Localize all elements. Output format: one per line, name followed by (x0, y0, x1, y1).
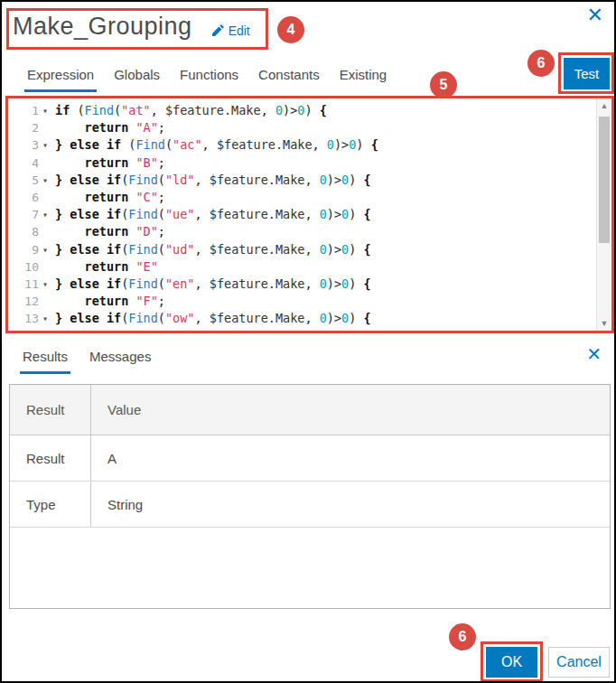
cancel-button[interactable]: Cancel (548, 647, 610, 678)
editor-tab-bar: ExpressionGlobalsFunctionsConstantsExist… (24, 67, 404, 92)
code-line[interactable]: 13▾} else if(Find("ow", $feature.Make, 0… (8, 310, 596, 327)
fold-icon[interactable]: ▾ (39, 172, 51, 189)
edit-label: Edit (229, 23, 250, 38)
expression-editor-dialog: Make_Grouping Edit ✕ ExpressionGlobalsFu… (0, 0, 616, 683)
fold-icon[interactable]: ▾ (39, 241, 51, 258)
line-number: 10 (8, 258, 39, 276)
scrollbar-thumb[interactable] (599, 117, 610, 243)
dialog-close-icon[interactable]: ✕ (587, 5, 603, 25)
code-line[interactable]: 5▾} else if(Find("ld", $feature.Make, 0)… (8, 172, 596, 189)
results-tab-messages[interactable]: Messages (87, 349, 154, 374)
scroll-up-icon[interactable]: ▲ (597, 98, 611, 113)
line-number: 6 (8, 189, 39, 206)
code-editor[interactable]: 1▾if (Find("at", $feature.Make, 0)>0) {2… (5, 96, 614, 333)
code-text: if (Find("at", $feature.Make, 0)>0) { (51, 102, 327, 119)
line-number: 5 (8, 172, 39, 189)
line-number: 1 (8, 102, 39, 119)
row-value-cell: A (91, 435, 610, 481)
annotation-badge-6-ok: 6 (449, 623, 476, 650)
annotation-badge-6-test: 6 (527, 50, 555, 77)
code-line[interactable]: 7▾} else if(Find("ue", $feature.Make, 0)… (8, 206, 596, 223)
code-line[interactable]: 6 return "C"; (8, 189, 596, 206)
fold-spacer (39, 258, 51, 276)
row-label-cell: Type (10, 482, 91, 527)
line-number: 7 (8, 206, 39, 223)
code-line[interactable]: 3▾} else if (Find("ac", $feature.Make, 0… (8, 136, 596, 154)
results-table-header: Result Value (10, 385, 610, 435)
table-row: TypeString (10, 482, 610, 528)
code-line[interactable]: 11▾} else if(Find("en", $feature.Make, 0… (8, 276, 596, 293)
annotation-badge-4: 4 (277, 16, 304, 43)
code-line[interactable]: 10 return "E" (8, 258, 596, 276)
code-line[interactable]: 1▾if (Find("at", $feature.Make, 0)>0) { (8, 102, 596, 119)
header: Make_Grouping Edit (13, 13, 250, 41)
fold-spacer (39, 223, 51, 240)
code-text: } else if (Find("ac", $feature.Make, 0)>… (51, 136, 378, 154)
page-title: Make_Grouping (13, 13, 192, 41)
line-number: 9 (8, 241, 39, 258)
fold-spacer (39, 189, 51, 206)
scroll-down-icon[interactable]: ▼ (597, 316, 611, 331)
tab-globals[interactable]: Globals (111, 67, 163, 92)
results-table: Result Value ResultATypeString (9, 384, 611, 609)
code-text: return "E" (51, 258, 158, 276)
code-text: return "D"; (51, 223, 165, 240)
header-cell-value: Value (91, 385, 610, 435)
code-text: return "A"; (51, 119, 165, 136)
table-row: ResultA (10, 435, 610, 482)
code-text: } else if(Find("en", $feature.Make, 0)>0… (51, 276, 371, 293)
code-line[interactable]: 8 return "D"; (8, 223, 596, 240)
fold-icon[interactable]: ▾ (39, 102, 51, 119)
line-number: 3 (8, 136, 39, 154)
tab-existing[interactable]: Existing (337, 67, 390, 92)
fold-spacer (39, 154, 51, 172)
ok-button[interactable]: OK (486, 647, 537, 678)
code-text: } else if(Find("ld", $feature.Make, 0)>0… (51, 172, 371, 189)
results-tab-results[interactable]: Results (20, 349, 70, 374)
code-area[interactable]: 1▾if (Find("at", $feature.Make, 0)>0) {2… (8, 98, 596, 331)
editor-scrollbar[interactable]: ▲ ▼ (596, 98, 611, 331)
results-tab-bar: ResultsMessages (20, 349, 170, 374)
code-line[interactable]: 12 return "F"; (8, 293, 596, 310)
line-number: 4 (8, 154, 39, 172)
code-line[interactable]: 4 return "B"; (8, 154, 596, 172)
line-number: 8 (8, 223, 39, 240)
edit-button[interactable]: Edit (212, 23, 250, 38)
test-button[interactable]: Test (564, 58, 610, 89)
code-line[interactable]: 9▾} else if(Find("ud", $feature.Make, 0)… (8, 241, 596, 258)
row-value-cell: String (91, 482, 610, 527)
header-cell-result: Result (10, 385, 91, 435)
code-text: return "C"; (51, 189, 165, 206)
tab-functions[interactable]: Functions (177, 67, 241, 92)
annotation-badge-5: 5 (430, 71, 457, 98)
fold-spacer (39, 293, 51, 310)
results-table-empty-area (10, 528, 610, 608)
tab-expression[interactable]: Expression (24, 67, 97, 92)
code-text: } else if(Find("ow", $feature.Make, 0)>0… (51, 310, 371, 327)
code-text: } else if(Find("ue", $feature.Make, 0)>0… (51, 206, 371, 223)
fold-icon[interactable]: ▾ (39, 136, 51, 154)
fold-icon[interactable]: ▾ (39, 206, 51, 223)
pencil-icon (212, 24, 224, 36)
code-text: return "B"; (51, 154, 165, 172)
fold-spacer (39, 119, 51, 136)
code-line[interactable]: 2 return "A"; (8, 119, 596, 136)
fold-icon[interactable]: ▾ (39, 276, 51, 293)
line-number: 11 (8, 276, 39, 293)
fold-icon[interactable]: ▾ (39, 310, 51, 327)
results-close-icon[interactable]: ✕ (586, 345, 602, 363)
line-number: 2 (8, 119, 39, 136)
results-table-body: ResultATypeString (10, 435, 610, 528)
tab-constants[interactable]: Constants (256, 67, 322, 92)
line-number: 13 (8, 310, 39, 327)
line-number: 12 (8, 293, 39, 310)
row-label-cell: Result (10, 435, 91, 481)
code-text: } else if(Find("ud", $feature.Make, 0)>0… (51, 241, 371, 258)
code-text: return "F"; (51, 293, 165, 310)
